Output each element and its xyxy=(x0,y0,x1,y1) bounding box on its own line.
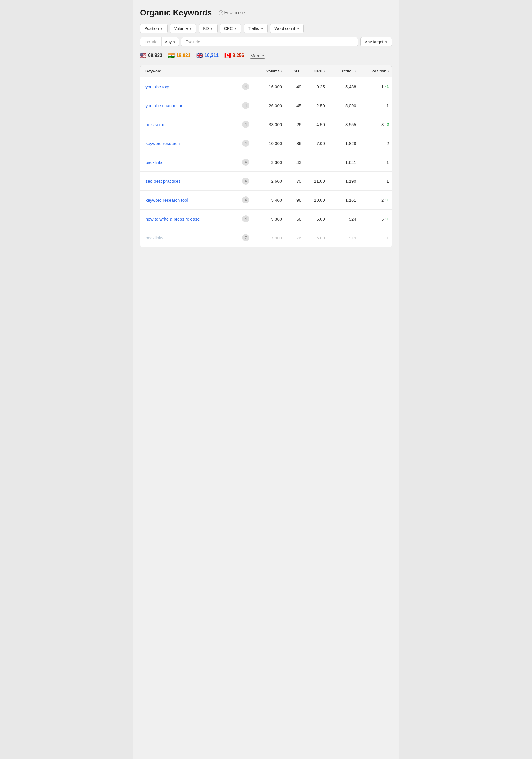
country-us[interactable]: 🇺🇸 69,933 xyxy=(140,52,162,59)
volume-filter-btn[interactable]: Volume ▼ xyxy=(170,24,197,33)
position-cell: 3↑2 xyxy=(359,115,392,134)
country-ca[interactable]: 🇨🇦 8,256 xyxy=(224,52,244,59)
kd-filter-btn[interactable]: KD ▼ xyxy=(199,24,217,33)
traffic-cell: 5,488 xyxy=(328,77,359,96)
chevron-down-icon: ▼ xyxy=(173,40,176,44)
exclude-input[interactable] xyxy=(181,37,358,47)
keyword-link[interactable]: buzzsumo xyxy=(145,122,165,127)
col-kd[interactable]: KD i xyxy=(285,65,304,77)
page-title: Organic Keywords xyxy=(140,8,212,18)
chevron-down-icon: ▼ xyxy=(210,27,213,30)
position-filter-btn[interactable]: Position ▼ xyxy=(140,24,168,33)
keyword-cell: youtube channel art xyxy=(140,96,233,115)
cpc-cell: 10.00 xyxy=(304,191,328,210)
position-value: 1 xyxy=(387,235,389,240)
any-dropdown-btn[interactable]: Any ▼ xyxy=(162,37,178,46)
position-value: 1 xyxy=(387,160,389,165)
keyword-link[interactable]: youtube tags xyxy=(145,84,171,89)
traffic-cell: 1,190 xyxy=(328,172,359,191)
position-cell: 1↑1 xyxy=(359,77,392,96)
position-cell: 1 xyxy=(359,96,392,115)
cpc-cell: 11.00 xyxy=(304,172,328,191)
col-cpc[interactable]: CPC i xyxy=(304,65,328,77)
volume-cell: 16,000 xyxy=(254,77,285,96)
col-volume[interactable]: Volume i xyxy=(254,65,285,77)
title-info-icon[interactable]: i xyxy=(214,11,215,15)
country-in[interactable]: 🇮🇳 18,921 xyxy=(168,52,191,59)
table-row: seo best practices42,6007011.001,1901 xyxy=(140,172,392,191)
keyword-cell: keyword research xyxy=(140,134,233,153)
gb-count: 10,211 xyxy=(205,53,219,58)
word-count-filter-btn[interactable]: Word count ▼ xyxy=(270,24,304,33)
wordcount-badge: 4 xyxy=(242,196,249,203)
include-exclude-row: Include Any ▼ Any target ▼ xyxy=(140,37,392,47)
keyword-cell: backlinko xyxy=(140,153,233,172)
chevron-down-icon: ▼ xyxy=(385,40,388,44)
page-header: Organic Keywords i ? How to use xyxy=(140,8,392,18)
cpc-cell: 6.00 xyxy=(304,228,328,247)
col-traffic[interactable]: Traffic ↓ i xyxy=(328,65,359,77)
wordcount-cell: 4 xyxy=(233,210,254,228)
traffic-info-icon[interactable]: i xyxy=(356,70,356,73)
country-row: 🇺🇸 69,933 🇮🇳 18,921 🇬🇧 10,211 🇨🇦 8,256 M… xyxy=(140,52,392,60)
in-flag-icon: 🇮🇳 xyxy=(168,52,174,59)
keyword-link[interactable]: keyword research xyxy=(145,141,180,146)
position-value: 2 xyxy=(381,198,384,203)
any-target-btn[interactable]: Any target ▼ xyxy=(361,37,392,47)
traffic-cell: 1,641 xyxy=(328,153,359,172)
question-icon: ? xyxy=(219,11,223,15)
volume-info-icon[interactable]: i xyxy=(281,70,282,73)
wordcount-cell: 4 xyxy=(233,96,254,115)
keyword-link[interactable]: backlinks xyxy=(145,235,164,240)
keyword-link[interactable]: seo best practices xyxy=(145,179,181,184)
traffic-filter-btn[interactable]: Traffic ▼ xyxy=(244,24,268,33)
table-row: keyword research410,000867.001,8282 xyxy=(140,134,392,153)
country-gb[interactable]: 🇬🇧 10,211 xyxy=(196,52,219,59)
table-row: backlinks77,900766.009191 xyxy=(140,228,392,247)
traffic-cell: 3,555 xyxy=(328,115,359,134)
cpc-cell: 4.50 xyxy=(304,115,328,134)
volume-cell: 5,400 xyxy=(254,191,285,210)
traffic-cell: 5,090 xyxy=(328,96,359,115)
kd-cell: 96 xyxy=(285,191,304,210)
traffic-sort-icon: ↓ xyxy=(352,69,354,73)
wordcount-badge: 4 xyxy=(242,159,249,166)
us-count: 69,933 xyxy=(148,53,162,58)
position-value: 5 xyxy=(381,217,384,221)
chevron-down-icon: ▼ xyxy=(260,27,263,30)
chevron-down-icon: ▼ xyxy=(189,27,192,30)
keyword-cell: how to write a press release xyxy=(140,210,233,228)
position-info-icon[interactable]: i xyxy=(388,70,389,73)
include-input-group: Include Any ▼ xyxy=(140,37,179,47)
cpc-cell: 6.00 xyxy=(304,210,328,228)
position-change: ↑2 xyxy=(385,122,389,127)
keyword-link[interactable]: how to write a press release xyxy=(145,217,200,221)
more-countries-btn[interactable]: More ▼ xyxy=(250,53,265,59)
position-change: ↑1 xyxy=(385,85,389,89)
col-position[interactable]: Position i xyxy=(359,65,392,77)
cpc-filter-btn[interactable]: CPC ▼ xyxy=(220,24,241,33)
chevron-down-icon: ▼ xyxy=(160,27,163,30)
position-cell: 1 xyxy=(359,153,392,172)
keyword-link[interactable]: keyword research tool xyxy=(145,198,188,203)
kd-info-icon[interactable]: i xyxy=(301,70,301,73)
wordcount-cell: 7 xyxy=(233,228,254,247)
keyword-cell: buzzsumo xyxy=(140,115,233,134)
volume-cell: 9,300 xyxy=(254,210,285,228)
table-body: youtube tags416,000490.255,4881↑1youtube… xyxy=(140,77,392,247)
how-to-use-link[interactable]: ? How to use xyxy=(219,11,245,15)
keyword-link[interactable]: backlinko xyxy=(145,160,164,165)
wordcount-badge: 4 xyxy=(242,102,249,109)
ca-count: 8,256 xyxy=(233,53,244,58)
cpc-info-icon[interactable]: i xyxy=(324,70,325,73)
volume-cell: 2,600 xyxy=(254,172,285,191)
keyword-link[interactable]: youtube channel art xyxy=(145,103,184,108)
filters-row: Position ▼ Volume ▼ KD ▼ CPC ▼ Traffic ▼… xyxy=(140,24,392,33)
wordcount-cell: 4 xyxy=(233,115,254,134)
keyword-cell: keyword research tool xyxy=(140,191,233,210)
ca-flag-icon: 🇨🇦 xyxy=(224,52,231,59)
kd-cell: 45 xyxy=(285,96,304,115)
chevron-down-icon: ▼ xyxy=(297,27,300,30)
keyword-cell: youtube tags xyxy=(140,77,233,96)
position-value: 1 xyxy=(387,103,389,108)
